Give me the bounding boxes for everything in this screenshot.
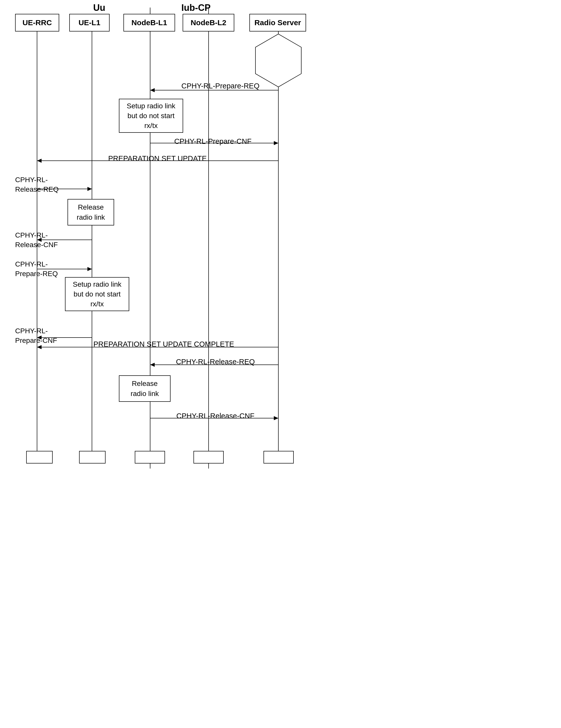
actor-radio-server: Radio Server — [249, 14, 306, 31]
svg-marker-5 — [255, 34, 301, 87]
svg-marker-11 — [274, 141, 278, 145]
actor-nodeb-l2-bottom — [193, 451, 224, 464]
actor-ue-rrc: UE-RRC — [15, 14, 59, 31]
svg-marker-25 — [150, 363, 155, 367]
actor-nodeb-l2: NodeB-L2 — [183, 14, 234, 31]
msg-cphy-rl-prepare-cnf-1: CPHY-RL-Prepare-CNF — [159, 137, 267, 146]
msg-cphy-rl-release-cnf-1: CPHY-RL-Release-CNF — [15, 230, 65, 250]
msg-cphy-rl-prepare-req-2: CPHY-RL-Prepare-REQ — [15, 259, 65, 279]
svg-marker-13 — [37, 159, 42, 163]
actor-nodeb-l1: NodeB-L1 — [123, 14, 175, 31]
note-setup-2: Setup radio linkbut do not startrx/tx — [65, 277, 129, 311]
svg-marker-23 — [37, 345, 42, 349]
msg-cphy-rl-prepare-req-1: CPHY-RL-Prepare-REQ — [164, 82, 277, 90]
label-iub-cp: Iub-CP — [181, 3, 211, 13]
actor-radio-server-bottom — [263, 451, 294, 464]
actor-ue-rrc-bottom — [26, 451, 53, 464]
actor-ue-l1-bottom — [79, 451, 106, 464]
msg-cphy-rl-release-cnf-2: CPHY-RL-Release-CNF — [161, 412, 270, 420]
actor-ue-l1: UE-L1 — [69, 14, 110, 31]
svg-marker-15 — [87, 187, 92, 191]
msg-prep-set-update-complete: PREPARATION SET UPDATE COMPLETE — [44, 340, 283, 348]
svg-marker-9 — [150, 88, 155, 92]
actor-nodeb-l1-bottom — [135, 451, 165, 464]
note-setup-1: Setup radio linkbut do not startrx/tx — [119, 99, 183, 133]
msg-cphy-rl-release-req-2: CPHY-RL-Release-REQ — [161, 358, 270, 366]
label-uu: Uu — [93, 3, 105, 13]
note-release-2: Releaseradio link — [119, 375, 171, 402]
svg-marker-19 — [87, 267, 92, 271]
msg-prep-set-update: PREPARATION SET UPDATE — [50, 154, 265, 163]
msg-cphy-rl-release-req-1: CPHY-RL-Release-REQ — [15, 175, 65, 194]
note-release-1: Releaseradio link — [68, 199, 114, 225]
svg-marker-27 — [274, 416, 278, 420]
